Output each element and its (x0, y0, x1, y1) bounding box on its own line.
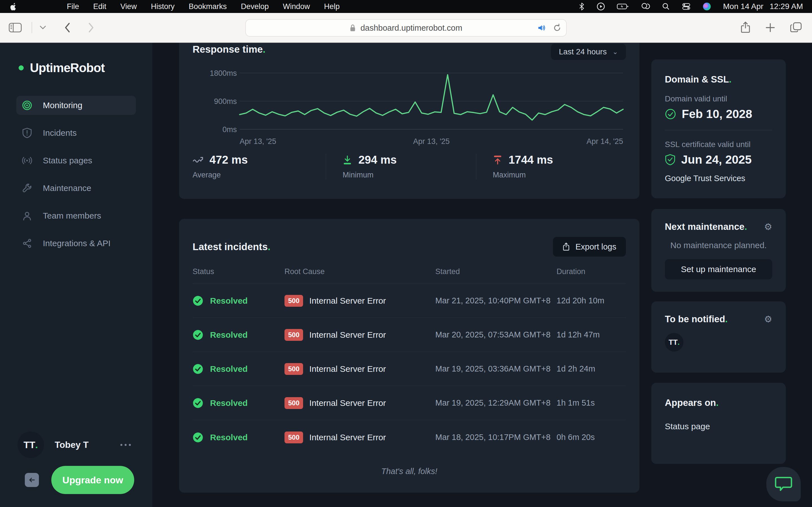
user-name: Tobey T (55, 440, 89, 450)
menu-history[interactable]: History (151, 2, 174, 11)
y-tick-900: 900ms (214, 97, 237, 106)
cause-text: Internal Server Error (309, 330, 386, 340)
new-tab-button[interactable] (765, 22, 775, 33)
domain-valid-date: Feb 10, 2028 (682, 107, 752, 121)
screen-mirroring-icon[interactable] (641, 3, 650, 10)
sidebar-nav: Monitoring Incidents Status pages (16, 96, 136, 262)
col-status: Status (193, 267, 285, 283)
playback-icon[interactable] (597, 2, 605, 11)
sidebar-item-monitoring[interactable]: Monitoring (16, 96, 136, 115)
duration-text: 0h 6m 20s (557, 433, 626, 442)
maintenance-gear-icon[interactable]: ⚙ (764, 222, 772, 231)
tab-overview-button[interactable] (790, 22, 802, 33)
started-text: Mar 21, 2025, 10:40PM GMT+8 (435, 296, 557, 305)
response-time-chart: 1800ms 900ms 0ms Apr 13, '25 Apr 13, '25… (193, 62, 626, 146)
apple-menu-icon[interactable] (9, 2, 16, 11)
menu-bookmarks[interactable]: Bookmarks (189, 2, 227, 11)
response-line (240, 75, 623, 120)
sidebar-chevron-button[interactable] (32, 22, 46, 33)
sidebar-item-label: Maintenance (43, 183, 91, 193)
menu-help[interactable]: Help (324, 2, 340, 11)
incident-row[interactable]: Resolved 500 Internal Server Error Mar 2… (193, 284, 626, 318)
set-up-maintenance-button[interactable]: Set up maintenance (665, 259, 772, 279)
next-maintenance-card: Next maintenance. ⚙ No maintenance plann… (651, 209, 786, 292)
x-label-left: Apr 13, '25 (240, 137, 276, 146)
control-center-icon[interactable] (682, 3, 691, 10)
y-tick-1800: 1800ms (210, 69, 237, 77)
bluetooth-icon[interactable] (578, 3, 585, 10)
status-page-link[interactable]: Status page (665, 421, 772, 431)
card-divider (665, 130, 772, 130)
person-icon (21, 211, 33, 221)
user-menu[interactable]: TT. Tobey T (17, 432, 136, 458)
resolved-check-icon (193, 398, 203, 408)
incident-row[interactable]: Resolved 500 Internal Server Error Mar 1… (193, 420, 626, 454)
cause-text: Internal Server Error (309, 433, 386, 442)
sidebar-toggle-button[interactable] (8, 22, 22, 33)
url-text: dashboard.uptimerobot.com (360, 23, 462, 33)
sidebar-item-maintenance[interactable]: Maintenance (16, 179, 136, 198)
time-range-value: Last 24 hours (559, 47, 607, 56)
time-range-dropdown[interactable]: Last 24 hours ⌄ (551, 44, 626, 60)
uptimerobot-logo[interactable]: UptimeRobot (18, 61, 105, 75)
wrench-icon (21, 183, 33, 193)
started-text: Mar 19, 2025, 12:29AM GMT+8 (435, 398, 557, 407)
collapse-sidebar-button[interactable] (25, 473, 39, 487)
latest-incidents-card: Latest incidents. Export logs Status Roo… (179, 219, 640, 493)
col-duration: Duration (557, 267, 626, 283)
http-code-badge: 500 (285, 432, 303, 443)
share-nodes-icon (21, 238, 33, 248)
stat-maximum: 1744 ms Maximum (476, 154, 626, 179)
chevron-down-icon: ⌄ (612, 48, 618, 56)
address-bar[interactable]: dashboard.uptimerobot.com (245, 19, 567, 37)
export-icon (562, 242, 570, 251)
menu-develop[interactable]: Develop (241, 2, 269, 11)
duration-text: 1d 12h 47m (557, 330, 626, 339)
minimum-label: Minimum (343, 171, 476, 179)
http-code-badge: 500 (285, 295, 303, 307)
incident-row[interactable]: Resolved 500 Internal Server Error Mar 2… (193, 318, 626, 352)
resolved-check-icon (193, 432, 203, 443)
lock-icon (350, 24, 356, 32)
col-root-cause: Root Cause (285, 267, 435, 283)
circle-check-icon (665, 108, 676, 120)
minimum-download-icon (343, 155, 352, 165)
siri-icon[interactable] (703, 2, 711, 11)
macos-menu-bar: Safari File Edit View History Bookmarks … (0, 0, 812, 13)
reload-icon (553, 24, 561, 32)
menu-bar-clock[interactable]: Mon 14 Apr 12:29 AM (723, 2, 803, 11)
menu-edit[interactable]: Edit (93, 2, 107, 11)
menu-file[interactable]: File (67, 2, 79, 11)
chat-widget-launcher[interactable] (766, 467, 801, 501)
sidebar-item-incidents[interactable]: Incidents (16, 123, 136, 143)
back-button[interactable] (64, 22, 71, 33)
user-more-options-icon[interactable] (120, 444, 131, 446)
battery-charging-icon[interactable] (617, 3, 629, 10)
stat-average: 472 ms Average (193, 154, 326, 179)
menu-bar-time: 12:29 AM (770, 2, 803, 11)
status-text: Resolved (210, 398, 248, 408)
avatar-initials: TT (24, 439, 36, 450)
sidebar-item-team-members[interactable]: Team members (16, 206, 136, 225)
forward-button[interactable] (87, 22, 95, 33)
incident-row[interactable]: Resolved 500 Internal Server Error Mar 1… (193, 386, 626, 420)
notified-avatar[interactable]: TT. (665, 333, 683, 351)
sidebar-item-integrations-api[interactable]: Integrations & API (16, 234, 136, 253)
spotlight-icon[interactable] (662, 3, 670, 10)
duration-text: 1h 1m 51s (557, 398, 626, 407)
menu-view[interactable]: View (120, 2, 137, 11)
stat-minimum: 294 ms Minimum (326, 154, 476, 179)
share-button[interactable] (741, 21, 751, 34)
started-text: Mar 19, 2025, 03:36AM GMT+8 (435, 364, 557, 374)
upgrade-now-button[interactable]: Upgrade now (51, 466, 134, 494)
menu-window[interactable]: Window (283, 2, 310, 11)
http-code-badge: 500 (285, 363, 303, 375)
incident-row[interactable]: Resolved 500 Internal Server Error Mar 1… (193, 352, 626, 386)
export-logs-label: Export logs (575, 242, 616, 251)
http-code-badge: 500 (285, 329, 303, 341)
sidebar-item-status-pages[interactable]: Status pages (16, 151, 136, 170)
appears-on-title: Appears on. (665, 397, 772, 408)
ssl-valid-label: SSL certificate valid until (665, 140, 772, 149)
export-logs-button[interactable]: Export logs (553, 237, 626, 257)
notified-gear-icon[interactable]: ⚙ (764, 315, 772, 324)
